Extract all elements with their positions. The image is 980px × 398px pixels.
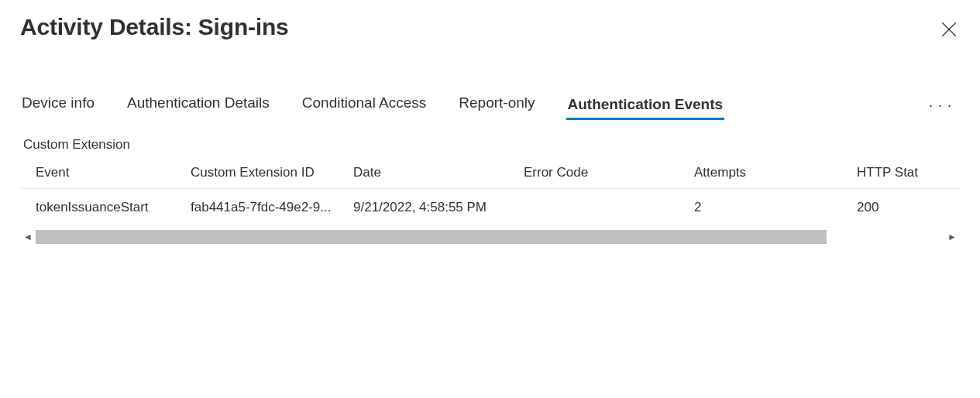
column-header-http-stat[interactable]: HTTP Stat <box>857 165 960 180</box>
tabs: Device info Authentication Details Condi… <box>20 90 724 120</box>
tab-conditional-access[interactable]: Conditional Access <box>301 90 428 120</box>
section-label-custom-extension: Custom Extension <box>23 137 960 153</box>
scroll-right-arrow-icon[interactable]: ► <box>944 229 960 245</box>
activity-details-panel: Activity Details: Sign-ins Device info A… <box>0 0 980 398</box>
cell-attempts: 2 <box>694 200 857 215</box>
close-button[interactable] <box>935 15 963 43</box>
column-header-attempts[interactable]: Attempts <box>694 165 857 180</box>
header-row: Activity Details: Sign-ins <box>20 8 960 43</box>
column-header-error-code[interactable]: Error Code <box>524 165 694 180</box>
table-row[interactable]: tokenIssuanceStart fab441a5-7fdc-49e2-9.… <box>20 189 960 226</box>
tab-authentication-events[interactable]: Authentication Events <box>566 94 725 120</box>
column-header-custom-extension-id[interactable]: Custom Extension ID <box>191 165 353 180</box>
overflow-menu-button[interactable]: · · · <box>924 94 957 117</box>
column-header-date[interactable]: Date <box>353 165 524 180</box>
table-header-row: Event Custom Extension ID Date Error Cod… <box>20 159 960 189</box>
tab-authentication-events-highlight: Authentication Events <box>566 94 725 120</box>
ellipsis-icon: · · · <box>929 98 952 113</box>
scroll-track[interactable] <box>36 230 944 244</box>
column-header-event[interactable]: Event <box>20 165 191 180</box>
scroll-left-arrow-icon[interactable]: ◄ <box>20 229 36 245</box>
tabs-row: Device info Authentication Details Condi… <box>20 90 960 120</box>
cell-http-stat: 200 <box>857 200 960 215</box>
cell-error-code <box>524 200 694 215</box>
horizontal-scrollbar[interactable]: ◄ ► <box>20 229 960 245</box>
scroll-thumb[interactable] <box>36 230 827 244</box>
cell-date: 9/21/2022, 4:58:55 PM <box>353 200 524 215</box>
events-table: Event Custom Extension ID Date Error Cod… <box>20 159 960 245</box>
tab-device-info[interactable]: Device info <box>20 90 96 120</box>
close-icon <box>941 22 957 37</box>
page-title: Activity Details: Sign-ins <box>20 14 289 40</box>
tab-report-only[interactable]: Report-only <box>457 90 536 120</box>
cell-event: tokenIssuanceStart <box>20 200 191 215</box>
cell-custom-extension-id: fab441a5-7fdc-49e2-9... <box>191 200 353 215</box>
tab-authentication-details[interactable]: Authentication Details <box>126 90 271 120</box>
